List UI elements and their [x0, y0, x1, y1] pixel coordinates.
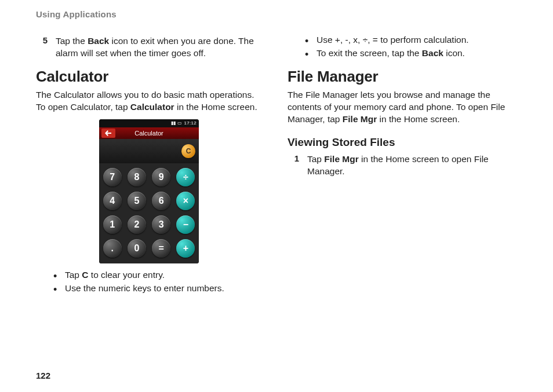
phone-screenshot: ▮▮ ▭ 17:12 Calculator C 7 — [36, 119, 262, 263]
phone-status-bar: ▮▮ ▭ 17:12 — [99, 119, 199, 127]
phone-title-bar: Calculator — [99, 127, 199, 139]
text-fragment: To exit the screen, tap the — [316, 48, 422, 58]
key-2[interactable]: 2 — [128, 215, 146, 234]
signal-icon: ▮▮ — [171, 120, 176, 126]
back-icon[interactable] — [101, 129, 115, 138]
phone-app-title: Calculator — [134, 130, 163, 137]
key-dot[interactable]: . — [103, 239, 122, 258]
text-fragment: Tap — [307, 154, 324, 164]
calculator-keypad: 7 8 9 ÷ 4 5 6 × 1 2 3 − . 0 = — [99, 163, 199, 263]
status-time: 17:12 — [184, 120, 197, 126]
text-fragment: Tap the — [56, 36, 88, 46]
manual-page: Using Applications 5 Tap the Back icon t… — [0, 0, 553, 309]
bold-c: C — [82, 270, 88, 280]
bold-file-mgr: File Mgr — [324, 154, 358, 164]
step-text: Tap the Back icon to exit when you are d… — [56, 35, 262, 60]
list-item: Tap C to clear your entry. — [53, 269, 262, 281]
key-multiply[interactable]: × — [176, 192, 195, 210]
key-divide[interactable]: ÷ — [176, 168, 195, 186]
bold-back: Back — [88, 36, 109, 46]
key-6[interactable]: 6 — [152, 192, 170, 210]
viewing-stored-files-heading: Viewing Stored Files — [288, 136, 514, 149]
calculator-heading: Calculator — [36, 68, 262, 86]
file-manager-heading: File Manager — [288, 68, 514, 86]
page-number: 122 — [36, 371, 50, 380]
two-column-layout: 5 Tap the Back icon to exit when you are… — [36, 32, 518, 297]
step-text: Tap File Mgr in the Home screen to open … — [307, 153, 514, 178]
key-9[interactable]: 9 — [152, 168, 170, 186]
list-item: Use the numeric keys to enter numbers. — [53, 283, 262, 295]
calculator-tips: Tap C to clear your entry. Use the numer… — [53, 269, 262, 295]
battery-icon: ▭ — [177, 120, 182, 126]
clear-button[interactable]: C — [181, 144, 195, 158]
key-1[interactable]: 1 — [103, 215, 122, 234]
file-manager-intro: The File Manager lets you browse and man… — [288, 89, 514, 126]
text-fragment: Tap — [65, 270, 82, 280]
bold-file-mgr: File Mgr — [343, 114, 377, 124]
key-add[interactable]: + — [176, 239, 195, 258]
step-number: 1 — [291, 153, 299, 178]
key-7[interactable]: 7 — [103, 168, 122, 186]
step-number: 5 — [39, 35, 48, 60]
text-fragment: in the Home screen. — [174, 102, 257, 112]
list-item: To exit the screen, tap the Back icon. — [305, 47, 514, 60]
key-5[interactable]: 5 — [128, 192, 146, 210]
text-fragment: in the Home screen. — [377, 114, 460, 124]
key-8[interactable]: 8 — [128, 168, 146, 186]
key-equals[interactable]: = — [152, 239, 170, 258]
step-5: 5 Tap the Back icon to exit when you are… — [39, 35, 262, 60]
step-1: 1 Tap File Mgr in the Home screen to ope… — [291, 153, 514, 178]
bold-back: Back — [422, 48, 443, 58]
list-item: Use +, -, x, ÷, = to perform calculation… — [305, 34, 514, 46]
bold-calculator: Calculator — [130, 102, 174, 112]
key-subtract[interactable]: − — [176, 215, 195, 234]
text-fragment: to clear your entry. — [89, 270, 165, 280]
left-column: 5 Tap the Back icon to exit when you are… — [36, 32, 262, 297]
phone-frame: ▮▮ ▭ 17:12 Calculator C 7 — [99, 119, 199, 263]
calculator-intro: The Calculator allows you to do basic ma… — [36, 89, 262, 113]
calculator-display: C — [99, 139, 199, 163]
right-column: Use +, -, x, ÷, = to perform calculation… — [288, 32, 514, 297]
running-head: Using Applications — [36, 9, 518, 19]
key-3[interactable]: 3 — [152, 215, 170, 234]
key-4[interactable]: 4 — [103, 192, 122, 210]
calculator-tips-continued: Use +, -, x, ÷, = to perform calculation… — [305, 34, 514, 60]
key-0[interactable]: 0 — [128, 239, 146, 258]
text-fragment: icon. — [443, 48, 465, 58]
